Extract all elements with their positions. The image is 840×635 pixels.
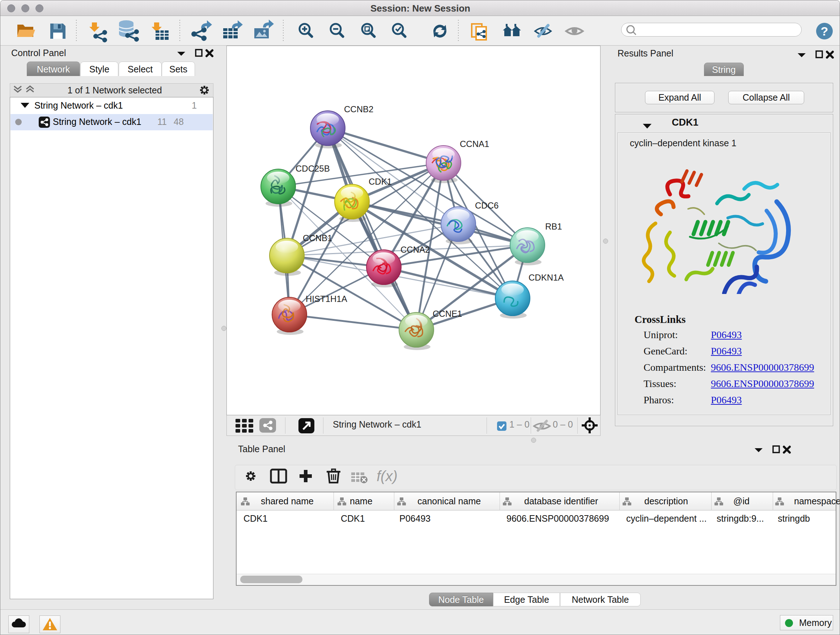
svg-text:CDC6: CDC6 [475, 201, 499, 211]
svg-text:f(x): f(x) [377, 468, 398, 484]
svg-text:CDK1: CDK1 [369, 177, 392, 187]
svg-text:CDKN1A: CDKN1A [529, 272, 564, 282]
svg-text:HIST1H1A: HIST1H1A [306, 294, 347, 304]
svg-text:CCNE1: CCNE1 [433, 309, 462, 318]
svg-text:CDC25B: CDC25B [295, 164, 330, 173]
svg-text:RB1: RB1 [545, 222, 562, 231]
svg-text:CCNA2: CCNA2 [401, 245, 430, 255]
svg-text:1 of 1 Network selected: 1 of 1 Network selected [67, 85, 162, 95]
svg-text:CCNB1: CCNB1 [303, 233, 332, 243]
svg-text:?: ? [821, 24, 829, 38]
svg-text:CCNA1: CCNA1 [460, 139, 489, 149]
svg-text:CCNB2: CCNB2 [344, 104, 373, 114]
